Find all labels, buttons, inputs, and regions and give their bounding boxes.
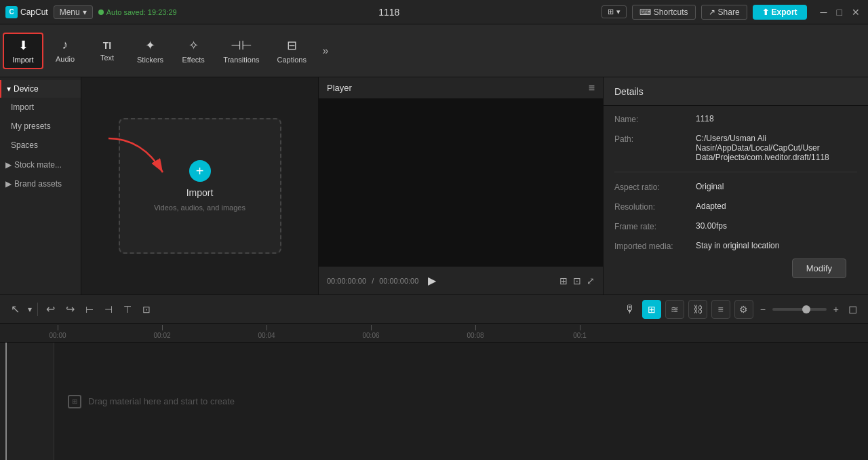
import-box-sub: Videos, audios, and images xyxy=(154,204,245,212)
toolbar-item-stickers[interactable]: ✦ Stickers xyxy=(129,34,172,68)
menu-button[interactable]: Menu ▾ xyxy=(54,5,93,19)
sidebar-section-device: ▾ Device Import My presets Spaces xyxy=(0,80,81,155)
toolbar-item-captions[interactable]: ⊟ Captions xyxy=(269,34,315,68)
toolbar-item-audio[interactable]: ♪ Audio xyxy=(45,34,85,67)
effects-icon: ✧ xyxy=(189,38,199,53)
sidebar-stock-header[interactable]: ▶ Stock mate... xyxy=(0,156,81,174)
share-label: Share xyxy=(718,7,740,17)
auto-saved-dot xyxy=(98,9,104,15)
right-panel: Details Name: 1118 Path: C:/Users/Usman … xyxy=(604,77,868,294)
sidebar-spaces-label: Spaces xyxy=(11,140,38,150)
close-button[interactable]: ✕ xyxy=(849,5,863,19)
split-left-button[interactable]: ⊢ xyxy=(83,301,96,318)
settings-button[interactable]: ⚙ xyxy=(734,300,753,319)
select-tool-button[interactable]: ↖ xyxy=(8,300,22,318)
ruler-mark-0: 00:00 xyxy=(5,325,110,339)
sidebar-device-label: Device xyxy=(14,84,39,94)
export-button[interactable]: ⬆ Export xyxy=(753,5,807,20)
details-row-aspect: Aspect ratio: Original xyxy=(614,182,857,192)
sidebar-my-presets-label: My presets xyxy=(11,121,51,131)
toolbar-more-button[interactable]: » xyxy=(316,41,335,60)
zoom-out-button[interactable]: − xyxy=(757,301,768,318)
transitions-label: Transitions xyxy=(223,56,259,64)
captions-label: Captions xyxy=(277,56,307,64)
modify-button[interactable]: Modify xyxy=(792,258,846,278)
chain-button[interactable]: ⛓ xyxy=(688,300,707,319)
ruler-mark-1: 00:02 xyxy=(110,325,214,339)
drag-hint-text: Drag material here and start to create xyxy=(88,396,235,406)
ruler-line-0 xyxy=(58,325,58,330)
ruler-label-0: 00:00 xyxy=(49,332,66,339)
sidebar-item-import[interactable]: Import xyxy=(0,98,81,117)
stickers-label: Stickers xyxy=(137,56,163,64)
timeline-left-strip xyxy=(0,343,54,460)
sidebar-brand-label: Brand assets xyxy=(14,179,62,189)
ruler-mark-4: 00:08 xyxy=(423,325,528,339)
mic-button[interactable]: 🎙 xyxy=(622,301,638,318)
export-icon: ⬆ xyxy=(762,7,769,17)
sidebar-brand-header[interactable]: ▶ Brand assets xyxy=(0,175,81,193)
top-bar: C CapCut Menu ▾ Auto saved: 19:23:29 111… xyxy=(0,0,868,24)
sidebar-brand-arrow: ▶ xyxy=(5,179,12,189)
share-button[interactable]: ↗ Share xyxy=(701,5,747,20)
fit-timeline-button[interactable]: ◻ xyxy=(846,300,860,318)
app-name: CapCut xyxy=(20,7,48,17)
undo-button[interactable]: ↩ xyxy=(43,300,58,318)
layout-button[interactable]: ⊞ ▾ xyxy=(601,5,627,18)
sidebar-device-header[interactable]: ▾ Device xyxy=(0,80,81,98)
play-button[interactable]: ▶ xyxy=(424,273,440,289)
details-val-resolution: Adapted xyxy=(696,202,857,211)
player-panel: Player ≡ 00:00:00:00 / 00:00:00:00 ▶ ⊞ ⊡… xyxy=(319,77,604,294)
shortcuts-button[interactable]: ⌨ Shortcuts xyxy=(632,5,696,20)
crop-button[interactable]: ⊡ xyxy=(573,275,581,286)
menu-arrow-icon: ▾ xyxy=(83,7,87,17)
details-divider xyxy=(614,172,857,172)
timeline: ↖ ▾ ↩ ↪ ⊢ ⊣ ⊤ ⊡ 🎙 ⊞ ≋ ⛓ ≡ ⚙ − + ◻ 00:00 xyxy=(0,294,868,460)
select-dropdown-icon[interactable]: ▾ xyxy=(28,305,32,314)
toolbar: ⬇ Import ♪ Audio TI Text ✦ Stickers ✧ Ef… xyxy=(0,24,868,77)
maximize-button[interactable]: □ xyxy=(834,5,845,19)
player-menu-icon[interactable]: ≡ xyxy=(589,82,595,94)
sidebar-stock-label: Stock mate... xyxy=(14,160,62,170)
details-bottom: Modify xyxy=(604,253,868,294)
sidebar-device-arrow: ▾ xyxy=(7,84,11,94)
link-button[interactable]: ⊞ xyxy=(642,300,661,319)
toolbar-item-import[interactable]: ⬇ Import xyxy=(3,33,43,69)
player-time-current: 00:00:00:00 xyxy=(327,277,366,285)
split-right-button[interactable]: ⊣ xyxy=(102,301,115,318)
sidebar-import-label: Import xyxy=(11,102,34,112)
player-screen xyxy=(319,99,603,266)
share-icon: ↗ xyxy=(709,7,715,17)
menu-label: Menu xyxy=(60,7,80,17)
zoom-in-button[interactable]: + xyxy=(831,301,842,318)
toolbar-item-text[interactable]: TI Text xyxy=(87,36,127,66)
app-logo: C CapCut xyxy=(5,6,48,18)
minimize-button[interactable]: ─ xyxy=(818,5,830,19)
arrow-hint xyxy=(102,132,183,188)
redo-button[interactable]: ↪ xyxy=(63,300,77,318)
details-val-name: 1118 xyxy=(696,114,857,123)
sidebar-item-my-presets[interactable]: My presets xyxy=(0,117,81,136)
layout-icon: ⊞ xyxy=(608,7,614,16)
fullscreen-button[interactable]: ⤢ xyxy=(587,275,595,286)
toolbar-item-transitions[interactable]: ⊣⊢ Transitions xyxy=(215,34,267,68)
delete-button[interactable]: ⊡ xyxy=(140,301,153,318)
sidebar: ▾ Device Import My presets Spaces ▶ Stoc… xyxy=(0,77,81,294)
toolbar-item-effects[interactable]: ✧ Effects xyxy=(173,34,214,68)
ruler-mark-2: 00:04 xyxy=(214,325,319,339)
details-header: Details xyxy=(604,77,868,106)
drag-hint-icon: ⊞ xyxy=(68,395,81,408)
details-key-imported-media: Imported media: xyxy=(614,241,696,251)
sidebar-item-spaces[interactable]: Spaces xyxy=(0,136,81,155)
ruler-label-3: 00:06 xyxy=(362,332,379,339)
zoom-slider[interactable] xyxy=(772,308,827,311)
fit-screen-button[interactable]: ⊞ xyxy=(559,275,568,286)
export-label: Export xyxy=(772,7,797,17)
player-title: Player xyxy=(327,83,352,93)
split-middle-button[interactable]: ⊤ xyxy=(121,301,134,318)
ruler-line-5 xyxy=(580,325,580,330)
player-ctrl-right: ⊞ ⊡ ⤢ xyxy=(559,275,595,286)
layers-button[interactable]: ≡ xyxy=(711,300,730,319)
media-area: + Import Videos, audios, and images xyxy=(81,77,318,294)
grid-button[interactable]: ≋ xyxy=(665,300,684,319)
